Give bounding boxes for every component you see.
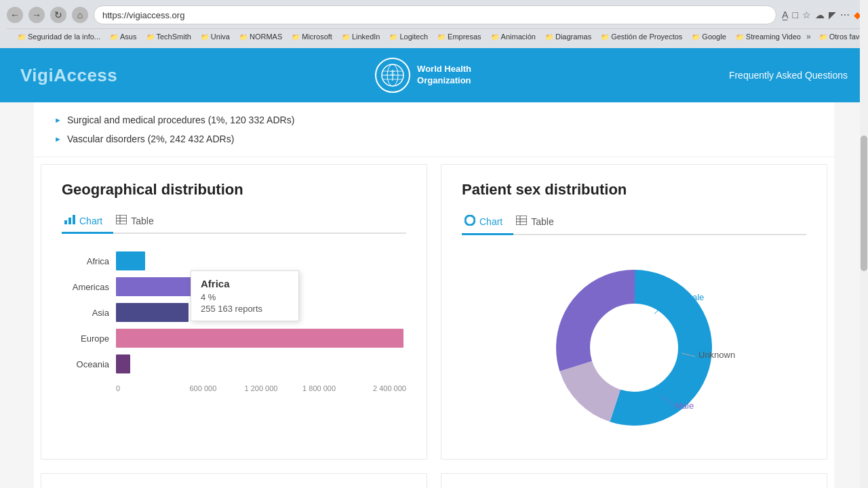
list-section: ► Surgical and medical procedures (1%, 1… [34, 102, 834, 157]
sex-tab-chart[interactable]: Chart [462, 209, 513, 235]
bookmark-otros[interactable]: 📁 Otros favoritos [815, 31, 861, 42]
folder-icon: 📁 [18, 33, 26, 41]
folder-icon: 📁 [201, 33, 209, 41]
app-header: VigiAccess World Health Organization Fre… [0, 48, 868, 102]
svg-rect-6 [64, 220, 67, 224]
bookmark-empresas[interactable]: 📁 Empresas [433, 31, 486, 42]
sex-title: Patient sex distribution [462, 181, 806, 199]
bookmark-techsmith[interactable]: 📁 TechSmith [142, 31, 195, 42]
chart-icon [465, 215, 475, 228]
folder-icon: 📁 [491, 33, 499, 41]
folder-icon: 📁 [601, 33, 609, 41]
bookmark-label: Asus [120, 33, 136, 41]
sex-tab-table[interactable]: Table [513, 209, 564, 235]
back-button[interactable]: ← [7, 7, 23, 23]
distributions-row: Geographical distribution Chart [34, 157, 834, 466]
bookmark-streaming[interactable]: 📁 Streaming Video [732, 31, 805, 42]
list-item-vascular[interactable]: ► Vascular disorders (2%, 242 432 ADRs) [54, 129, 814, 148]
extensions-icon[interactable]: ☁ [815, 9, 825, 20]
geo-tab-table[interactable]: Table [113, 209, 164, 234]
bookmark-asus[interactable]: 📁 Asus [106, 31, 140, 42]
window-icon[interactable]: ◤ [829, 9, 836, 20]
bar-label: Oceania [62, 359, 116, 369]
scrollbar-thumb[interactable] [861, 136, 867, 271]
tooltip-pct: 4 % [201, 292, 289, 302]
geo-section: Geographical distribution Chart [41, 164, 427, 460]
svg-rect-15 [516, 216, 527, 225]
bookmarks-more-button[interactable]: » [806, 32, 811, 41]
main-content: ► Surgical and medical procedures (1%, 1… [34, 102, 834, 488]
bookmark-label: Empresas [448, 33, 481, 41]
star-icon[interactable]: ☆ [802, 9, 811, 20]
scrollbar[interactable] [860, 0, 868, 488]
axis-tick: 2 400 000 [348, 384, 406, 392]
home-button[interactable]: ⌂ [72, 7, 88, 23]
address-bar[interactable]: https://vigiaccess.org [94, 5, 776, 24]
donut-svg: Female Unknown Male [519, 260, 749, 436]
folder-icon: 📁 [292, 33, 300, 41]
list-item-text: Vascular disorders (2%, 242 432 ADRs) [67, 134, 234, 144]
translate-icon[interactable]: A̲ [782, 9, 789, 20]
adr-section: ADR reports per year Chart [441, 473, 827, 488]
tooltip: Africa 4 % 255 163 reports [191, 270, 299, 321]
chart-axis: 0 600 000 1 200 000 1 800 000 2 400 000 [116, 380, 406, 392]
more-icon[interactable]: ⋯ [840, 9, 850, 20]
faq-link[interactable]: Frequently Asked Questions [729, 70, 848, 81]
sex-tab-chart-label: Chart [479, 216, 502, 227]
bookmark-seguridad[interactable]: 📁 Seguridad de la info... [14, 31, 104, 42]
list-item-surgical[interactable]: ► Surgical and medical procedures (1%, 1… [54, 110, 814, 129]
logo-text: VigiAccess [20, 65, 117, 85]
folder-icon: 📁 [110, 33, 118, 41]
reload-button[interactable]: ↻ [50, 7, 66, 23]
who-emblem [375, 58, 410, 93]
who-name-line1: World Health [417, 64, 471, 75]
bar-container [116, 354, 406, 373]
chevron-icon: ► [54, 116, 62, 124]
forward-button[interactable]: → [28, 7, 45, 23]
bar-oceania [116, 354, 130, 373]
label-male: Male [675, 401, 694, 411]
list-item-text: Surgical and medical procedures (1%, 120… [67, 115, 294, 125]
axis-tick: 600 000 [174, 384, 233, 392]
bookmark-normas[interactable]: 📁 NORMAS [235, 31, 286, 42]
sex-section: Patient sex distribution Chart [441, 164, 827, 460]
bar-africa [116, 251, 145, 270]
donut-hole [597, 310, 671, 385]
bookmark-linkedin[interactable]: 📁 LinkedIn [338, 31, 384, 42]
browser-icons: A̲ □ ☆ ☁ ◤ ⋯ ◆ [782, 9, 861, 20]
bookmark-microsoft[interactable]: 📁 Microsoft [288, 31, 336, 42]
bar-label: Europe [62, 333, 116, 344]
geo-tab-chart[interactable]: Chart [62, 209, 113, 234]
app-logo: VigiAccess [20, 65, 117, 86]
table-icon [116, 215, 127, 226]
bar-row-oceania: Oceania [62, 354, 406, 373]
tooltip-reports: 255 163 reports [201, 304, 289, 314]
bookmark-animacion[interactable]: 📁 Animación [487, 31, 540, 42]
chart-icon [64, 215, 75, 226]
geo-tab-table-label: Table [131, 216, 153, 226]
bookmark-logitech[interactable]: 📁 Logitech [385, 31, 432, 42]
screenshot-icon[interactable]: □ [793, 9, 798, 20]
folder-icon: 📁 [342, 33, 350, 41]
bookmark-label: Streaming Video [746, 33, 801, 41]
folder-icon: 📁 [239, 33, 248, 41]
bookmark-univa[interactable]: 📁 Univa [197, 31, 234, 42]
who-logo: World Health Organization [375, 58, 471, 93]
svg-rect-8 [73, 215, 75, 224]
bar-label: Asia [62, 308, 116, 318]
axis-tick: 0 [116, 384, 174, 392]
bookmarks-bar: 📁 Seguridad de la info... 📁 Asus 📁 TechS… [7, 28, 861, 44]
geo-tab-chart-label: Chart [79, 216, 102, 226]
bookmark-gestion[interactable]: 📁 Gestión de Proyectos [597, 31, 686, 42]
bookmark-label: Gestión de Proyectos [611, 33, 682, 41]
table-icon [516, 216, 527, 227]
bookmark-label: Otros favoritos [829, 33, 861, 41]
bookmark-diagramas[interactable]: 📁 Diagramas [541, 31, 595, 42]
bookmark-label: Univa [211, 33, 230, 41]
axis-tick: 1 200 000 [232, 384, 290, 392]
bookmark-google[interactable]: 📁 Google [688, 31, 730, 42]
who-text: World Health Organization [417, 64, 471, 87]
tooltip-title: Africa [201, 278, 289, 289]
browser-toolbar: ← → ↻ ⌂ https://vigiaccess.org A̲ □ ☆ ☁ … [7, 5, 861, 24]
who-svg [380, 63, 405, 87]
